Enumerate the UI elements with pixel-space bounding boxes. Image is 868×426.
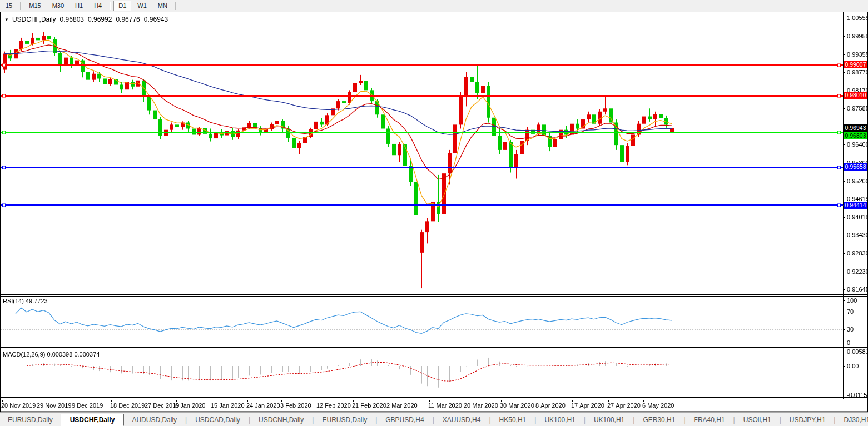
timeframe-button-mn[interactable]: MN [153, 1, 172, 11]
chart-tab-usdjpy-h1[interactable]: USDJPY,H1 [782, 414, 833, 425]
timeframe-button-h1[interactable]: H1 [70, 1, 88, 11]
chart-tab-usdcad-daily[interactable]: USDCAD,Daily [187, 414, 248, 425]
timeframe-button-m30[interactable]: M30 [47, 1, 69, 11]
chart-tab-hk50-h1[interactable]: HK50,H1 [492, 414, 534, 425]
chart-tab-fra40-h1[interactable]: FRA40,H1 [686, 414, 733, 425]
timeframe-button-15[interactable]: 15 [1, 1, 17, 11]
chart-tab-xauusd-h4[interactable]: XAUUSD,H4 [435, 414, 489, 425]
chart-tab-eurusd-daily[interactable]: EURUSD,Daily [0, 414, 61, 425]
chart-tab-uk100-h1[interactable]: UK100,H1 [537, 414, 583, 425]
timeframe-button-d1[interactable]: D1 [113, 1, 131, 11]
chart-tab-usoil-h1[interactable]: USOil,H1 [736, 414, 779, 425]
timeframe-button-h4[interactable]: H4 [89, 1, 107, 11]
chart-window: ▼ USDCHF,Daily 0.96803 0.96992 0.96776 0… [0, 12, 868, 412]
chart-tab-uk100-h1[interactable]: UK100,H1 [586, 414, 632, 425]
timeframe-button-m15[interactable]: M15 [24, 1, 46, 11]
toolbar-separator [175, 2, 176, 10]
chart-tab-usdchf-daily[interactable]: USDCHF,Daily [61, 414, 125, 426]
chart-tab-audusd-daily[interactable]: AUDUSD,Daily [124, 414, 185, 425]
collapse-indicator-icon[interactable]: ▼ [4, 17, 9, 22]
mt4-terminal: 15M15M30H1H4D1W1MN ▼ USDCHF,Daily 0.9680… [0, 0, 868, 426]
chart-tab-ger30-h1[interactable]: GER30,H1 [635, 414, 683, 425]
toolbar-separator [110, 2, 111, 10]
timeframe-toolbar: 15M15M30H1H4D1W1MN [0, 0, 868, 12]
chart-tab-usdcnh-daily[interactable]: USDCNH,Daily [251, 414, 311, 425]
chart-tab-dj30-h1[interactable]: DJ30,H1 [836, 414, 868, 425]
chart-tab-eurusd-daily[interactable]: EURUSD,Daily [314, 414, 375, 425]
chart-tab-gbpusd-h4[interactable]: GBPUSD,H4 [378, 414, 431, 425]
toolbar-separator [20, 2, 21, 10]
price-chart-canvas[interactable] [0, 12, 868, 412]
chart-tab-bar: EURUSD,DailyUSDCHF,DailyAUDUSD,Daily|USD… [0, 412, 868, 426]
timeframe-button-w1[interactable]: W1 [132, 1, 152, 11]
